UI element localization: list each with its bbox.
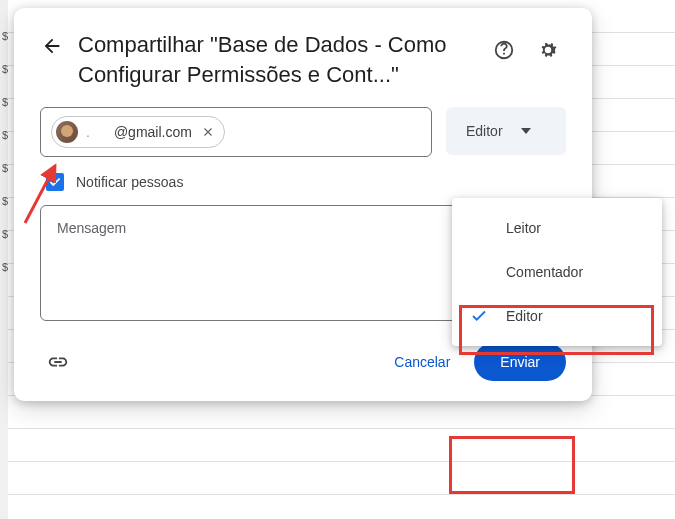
chip-remove[interactable] [200, 124, 216, 140]
role-selected-label: Editor [466, 123, 503, 139]
role-select-button[interactable]: Editor [446, 107, 566, 155]
settings-button[interactable] [530, 32, 566, 68]
back-button[interactable] [40, 34, 64, 58]
send-button[interactable]: Enviar [474, 343, 566, 381]
help-icon [493, 39, 515, 61]
help-button[interactable] [486, 32, 522, 68]
copy-link-button[interactable] [40, 344, 76, 380]
caret-down-icon [521, 128, 531, 134]
dialog-title: Compartilhar "Base de Dados - Como Confi… [78, 30, 472, 89]
role-option-leitor[interactable]: Leitor [452, 206, 662, 250]
link-icon [47, 351, 69, 373]
close-icon [201, 125, 215, 139]
notify-label: Notificar pessoas [76, 174, 183, 190]
chip-email: @gmail.com [114, 124, 192, 140]
message-placeholder: Mensagem [57, 220, 126, 236]
avatar [56, 121, 78, 143]
role-option-comentador[interactable]: Comentador [452, 250, 662, 294]
cancel-button[interactable]: Cancelar [374, 344, 470, 380]
arrow-back-icon [41, 35, 63, 57]
notify-checkbox[interactable] [46, 173, 64, 191]
check-icon [48, 175, 62, 189]
person-chip[interactable]: . @gmail.com [51, 116, 225, 148]
role-option-editor[interactable]: Editor [452, 294, 662, 338]
check-icon [470, 307, 488, 325]
people-input[interactable]: . @gmail.com [40, 107, 432, 157]
role-dropdown: Leitor Comentador Editor [452, 198, 662, 346]
gear-icon [537, 39, 559, 61]
